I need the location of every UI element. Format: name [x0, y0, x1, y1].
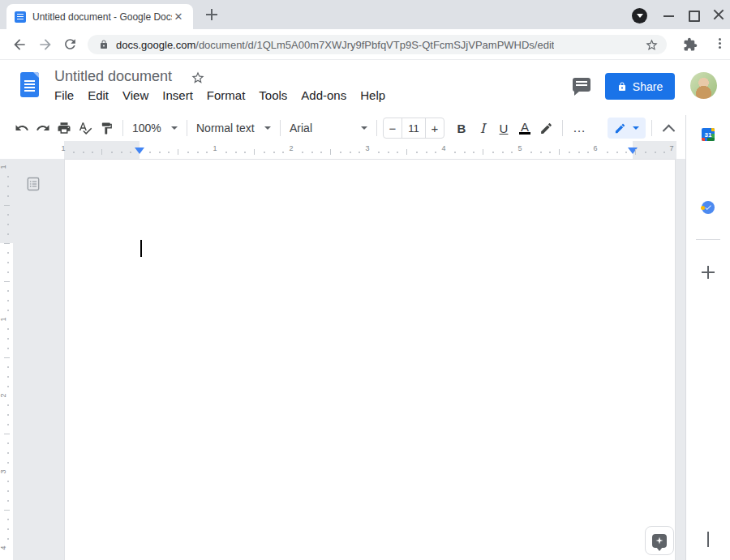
account-avatar[interactable]: [690, 72, 717, 99]
redo-button[interactable]: [32, 118, 54, 139]
ruler-tick: [464, 152, 466, 153]
ruler-tick: [7, 452, 9, 454]
share-label: Share: [633, 80, 663, 93]
ruler-tick: [7, 519, 9, 520]
ruler-tick: [607, 152, 608, 153]
url-text: docs.google.com/document/d/1QLm5A00m7XWJ…: [116, 39, 554, 51]
ruler-tick: [7, 424, 9, 425]
bold-button[interactable]: B: [451, 118, 472, 139]
zoom-select[interactable]: 100%: [129, 122, 181, 135]
bookmark-button[interactable]: [645, 38, 659, 52]
open-comments-button[interactable]: [573, 78, 590, 92]
menu-file[interactable]: File: [54, 88, 74, 102]
menu-edit[interactable]: Edit: [88, 88, 109, 102]
italic-button[interactable]: I: [472, 118, 493, 139]
maximize-button[interactable]: [689, 11, 700, 22]
document-title[interactable]: Untitled document: [54, 68, 172, 85]
chevron-down-icon: [264, 126, 271, 130]
toolbar-divider: [187, 120, 187, 136]
explore-button[interactable]: [645, 526, 674, 555]
menu-tools[interactable]: Tools: [259, 88, 287, 102]
ruler-tick: [7, 262, 9, 263]
increase-font-size-button[interactable]: +: [426, 122, 444, 135]
left-indent-marker[interactable]: [135, 147, 144, 154]
toolbar-divider: [376, 120, 377, 136]
decrease-font-size-button[interactable]: −: [384, 122, 402, 135]
menu-bar: File Edit View Insert Format Tools Add-o…: [54, 88, 385, 102]
hide-side-panel-button[interactable]: [707, 533, 709, 548]
spelling-check-button[interactable]: [75, 118, 96, 139]
document-page[interactable]: [64, 159, 676, 560]
ruler-tick: [587, 152, 589, 153]
chevron-down-icon: [633, 126, 639, 130]
ruler-tick: [159, 152, 161, 153]
ruler-tick: [7, 186, 9, 187]
spellcheck-icon: [78, 121, 92, 135]
ruler-tick: [7, 462, 9, 464]
ruler-tick: [7, 195, 9, 197]
get-addons-button[interactable]: [702, 266, 715, 279]
ruler-tick: [4, 243, 10, 244]
puzzle-piece-icon: [683, 37, 698, 52]
hide-menus-button[interactable]: [658, 118, 679, 139]
ruler-tick: [302, 152, 303, 153]
ruler-tick: [511, 152, 513, 153]
menu-format[interactable]: Format: [207, 88, 246, 102]
browser-tab[interactable]: Untitled document - Google Docs ✕: [6, 4, 193, 29]
highlight-color-button[interactable]: [535, 118, 556, 139]
ruler-tick: [7, 310, 9, 311]
new-tab-button[interactable]: [206, 9, 217, 20]
back-button[interactable]: [11, 36, 28, 53]
ruler-tick: [616, 152, 618, 153]
paragraph-style-select[interactable]: Normal text: [193, 122, 274, 135]
tab-close-icon[interactable]: ✕: [172, 11, 185, 24]
right-indent-marker[interactable]: [628, 147, 638, 154]
forward-button[interactable]: [37, 36, 54, 53]
browser-menu-button[interactable]: [719, 38, 721, 41]
minimize-button[interactable]: [663, 15, 674, 17]
ruler-tick: [244, 152, 246, 153]
star-document-button[interactable]: [191, 71, 205, 85]
calendar-button[interactable]: 31: [702, 128, 715, 141]
editing-mode-button[interactable]: [608, 118, 646, 139]
text-color-button[interactable]: A: [514, 118, 535, 139]
vertical-ruler[interactable]: 11234: [0, 159, 13, 560]
ruler-tick: [378, 152, 380, 153]
reload-button[interactable]: [62, 36, 79, 53]
ruler-tick: [187, 152, 189, 153]
ruler-tick: [4, 205, 10, 206]
ruler-tick: [625, 152, 627, 153]
docs-toolbar: 100% Normal text Arial − 11 + B I U A …: [0, 115, 685, 141]
font-size-value[interactable]: 11: [402, 118, 426, 138]
url-omnibox[interactable]: docs.google.com/document/d/1QLm5A00m7XWJ…: [88, 35, 667, 54]
ruler-tick: [73, 152, 75, 153]
explore-icon: [652, 534, 667, 548]
ruler-tick: [502, 152, 504, 153]
extensions-button[interactable]: [683, 37, 699, 53]
paint-format-button[interactable]: [96, 118, 117, 139]
font-select[interactable]: Arial: [286, 122, 371, 135]
ruler-tick: [359, 152, 360, 153]
horizontal-ruler[interactable]: 11234567: [0, 141, 685, 159]
menu-addons[interactable]: Add-ons: [301, 88, 346, 102]
share-button[interactable]: Share: [605, 73, 675, 100]
more-options-button[interactable]: …: [569, 118, 590, 139]
undo-button[interactable]: [11, 118, 32, 139]
underline-button[interactable]: U: [493, 118, 514, 139]
window-close-button[interactable]: [712, 8, 725, 21]
ruler-tick: [7, 252, 9, 254]
browser-profile-button[interactable]: [632, 8, 647, 24]
ruler-tick: [311, 152, 313, 153]
google-tasks-icon: [702, 201, 715, 214]
menu-insert[interactable]: Insert: [162, 88, 193, 102]
ruler-number: 3: [365, 144, 369, 152]
lock-icon: [99, 40, 109, 49]
tasks-button[interactable]: [702, 201, 715, 214]
ruler-tick: [7, 404, 9, 406]
docs-logo-icon[interactable]: [20, 72, 39, 97]
menu-view[interactable]: View: [122, 88, 148, 102]
menu-help[interactable]: Help: [360, 88, 385, 102]
google-docs-window: Untitled document - Google Docs ✕ docs.g…: [0, 0, 730, 560]
show-outline-button[interactable]: [24, 175, 42, 193]
print-button[interactable]: [54, 118, 75, 139]
